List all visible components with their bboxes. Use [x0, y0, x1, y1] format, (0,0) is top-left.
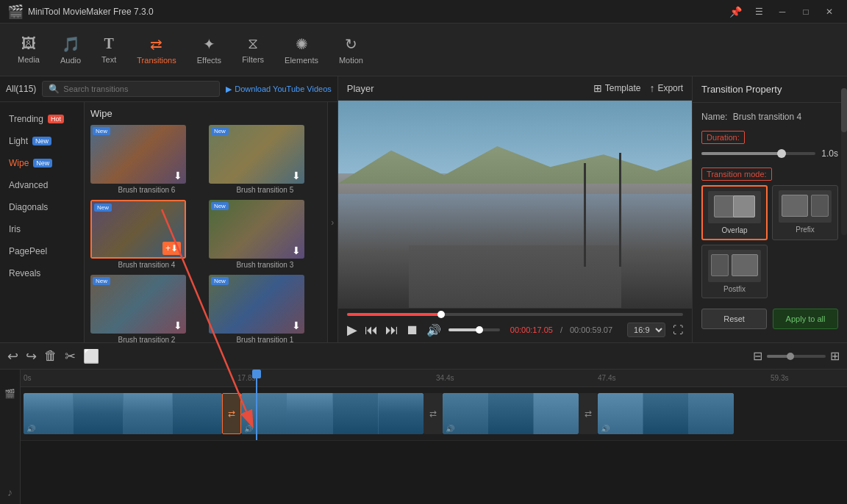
- filters-icon: ⧖: [248, 35, 258, 52]
- transition-item-bt5[interactable]: New ⬇ Brush transition 5: [209, 125, 321, 194]
- transition-label-bt1: Brush transition 1: [209, 336, 321, 342]
- mode-overlap[interactable]: Overlap: [701, 185, 768, 240]
- new-badge-bt4: New: [94, 204, 112, 212]
- toolbar-elements[interactable]: ✺ Elements: [274, 31, 329, 69]
- toolbar-motion[interactable]: ↻ Motion: [329, 31, 374, 69]
- transition-2[interactable]: ⇄: [424, 393, 443, 434]
- redo-button[interactable]: ↪: [26, 348, 37, 364]
- name-value: Brush transition 4: [733, 112, 801, 122]
- new-badge-bt2: New: [93, 277, 110, 285]
- delete-button[interactable]: 🗑: [44, 348, 57, 364]
- cat-diagonals-label: Diagonals: [9, 202, 48, 212]
- clip1-audio-icon: 🔊: [26, 425, 35, 433]
- cat-pagepeel-label: PagePeel: [9, 246, 47, 256]
- volume-slider[interactable]: [448, 328, 500, 331]
- effects-icon: ✦: [203, 35, 215, 53]
- playhead-line[interactable]: [256, 387, 257, 440]
- clip2-audio-icon: 🔊: [244, 425, 253, 433]
- cat-trending[interactable]: Trending Hot: [0, 108, 84, 130]
- duration-slider[interactable]: [701, 152, 815, 155]
- export-button[interactable]: ↑ Export: [649, 82, 683, 94]
- transition-3[interactable]: ⇄: [579, 393, 598, 434]
- progress-bar[interactable]: [347, 313, 683, 316]
- toolbar-audio[interactable]: 🎵 Audio: [50, 31, 91, 69]
- reset-button[interactable]: Reset: [701, 309, 767, 329]
- close-button[interactable]: ✕: [819, 1, 840, 22]
- undo-button[interactable]: ↩: [7, 348, 18, 364]
- cat-pagepeel[interactable]: PagePeel: [0, 240, 84, 262]
- transition-label-bt2: Brush transition 2: [90, 336, 203, 342]
- volume-button[interactable]: 🔊: [426, 323, 441, 337]
- crop-button[interactable]: ⬜: [83, 348, 99, 364]
- zoom-slider[interactable]: [767, 355, 826, 358]
- template-button[interactable]: ⊞ Template: [593, 82, 641, 94]
- cat-reveals-label: Reveals: [9, 268, 40, 278]
- cat-iris[interactable]: Iris: [0, 218, 84, 240]
- duration-value: 1.0s: [821, 148, 838, 159]
- video-viewport: [338, 101, 692, 308]
- fullscreen-button[interactable]: ⛶: [673, 324, 683, 336]
- dl-icon-bt1: ⬇: [292, 320, 301, 331]
- add-to-timeline-icon-bt4[interactable]: +⬇: [162, 242, 181, 255]
- menu-button[interactable]: ☰: [748, 1, 769, 22]
- transition-item-bt1[interactable]: New ⬇ Brush transition 1: [209, 275, 321, 342]
- new-badge-bt3: New: [211, 202, 229, 210]
- cat-diagonals[interactable]: Diagonals: [0, 196, 84, 218]
- name-label: Name:: [701, 112, 727, 122]
- panel-expand-arrow[interactable]: ›: [327, 102, 337, 342]
- all-count: All(115): [6, 84, 36, 94]
- maximize-button[interactable]: □: [796, 1, 816, 22]
- video-clip-1[interactable]: 🔊: [24, 393, 222, 434]
- toolbar-transitions[interactable]: ⇄ Transitions: [126, 31, 186, 69]
- toolbar-text[interactable]: T Text: [91, 31, 126, 68]
- transition-item-bt4[interactable]: New +⬇ Brush transition 4: [90, 200, 203, 269]
- minimize-button[interactable]: ─: [772, 1, 793, 22]
- video-clip-3[interactable]: 🔊: [443, 393, 579, 434]
- dl-icon-bt6: ⬇: [174, 170, 182, 181]
- elements-icon: ✺: [296, 35, 308, 53]
- stop-button[interactable]: ⏹: [406, 323, 419, 338]
- transition-1[interactable]: ⇄: [222, 393, 241, 434]
- apply-to-all-button[interactable]: Apply to all: [773, 309, 838, 329]
- pin-button[interactable]: 📌: [725, 1, 746, 22]
- clip4-audio-icon: 🔊: [601, 425, 610, 433]
- timeline-ruler: 0s 17.8s 34.4s 47.4s 59.3s: [21, 370, 847, 387]
- zoom-in-button[interactable]: ⊞: [830, 349, 840, 363]
- cat-reveals[interactable]: Reveals: [0, 262, 84, 284]
- ruler-mark-47: 47.4s: [598, 374, 615, 382]
- transition-item-bt6[interactable]: New ⬇ Brush transition 6: [90, 125, 203, 194]
- music-track: [21, 440, 847, 469]
- transition-label-bt5: Brush transition 5: [209, 186, 321, 194]
- dl-icon-bt3: ⬇: [292, 245, 301, 256]
- prev-button[interactable]: ⏮: [365, 323, 378, 338]
- cat-light-label: Light: [9, 136, 28, 146]
- text-label: Text: [101, 55, 116, 64]
- cat-advanced[interactable]: Advanced: [0, 174, 84, 196]
- mode-prefix[interactable]: Prefix: [772, 185, 838, 240]
- next-button[interactable]: ⏭: [385, 323, 399, 338]
- cat-light[interactable]: Light New: [0, 130, 84, 152]
- template-icon: ⊞: [593, 82, 602, 94]
- download-youtube-link[interactable]: ▶ Download YouTube Videos: [226, 84, 332, 94]
- transition-item-bt2[interactable]: New ⬇ Brush transition 2: [90, 275, 203, 342]
- duration-label: Duration:: [701, 131, 745, 144]
- cut-button[interactable]: ✂: [65, 348, 76, 364]
- zoom-out-button[interactable]: ⊟: [753, 349, 762, 363]
- transition-item-bt3[interactable]: New ⬇ Brush transition 3: [209, 200, 321, 269]
- playhead-marker[interactable]: [256, 370, 257, 387]
- app-logo-icon: 🎬: [7, 4, 24, 20]
- mode-postfix-label: Postfix: [723, 285, 746, 293]
- play-button[interactable]: ▶: [347, 322, 357, 338]
- toolbar-media[interactable]: 🖼 Media: [7, 31, 50, 68]
- mode-postfix[interactable]: Postfix: [701, 245, 768, 298]
- video-clip-2[interactable]: 🔊: [241, 393, 424, 434]
- toolbar-effects[interactable]: ✦ Effects: [187, 31, 232, 69]
- transition-label-bt6: Brush transition 6: [90, 186, 203, 194]
- cat-wipe[interactable]: Wipe New: [0, 152, 84, 174]
- video-clip-4[interactable]: 🔊: [598, 393, 734, 434]
- video-track-icon: 🎬: [4, 389, 15, 399]
- aspect-ratio-select[interactable]: 16:9 9:16 1:1 4:3: [627, 323, 665, 337]
- search-input[interactable]: [63, 84, 166, 93]
- toolbar-filters[interactable]: ⧖ Filters: [232, 31, 274, 68]
- property-scrollbar[interactable]: [841, 88, 847, 235]
